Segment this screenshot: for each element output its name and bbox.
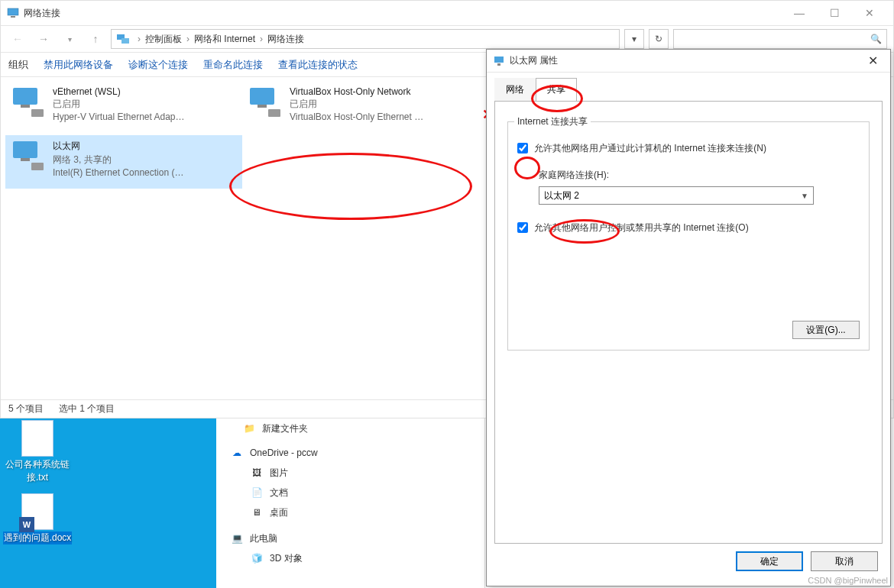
ok-button[interactable]: 确定 [736,551,803,571]
chevron-down-icon: ▼ [801,192,808,200]
adapter-vethernet-wsl[interactable]: vEthernet (WSL) 已启用 Hyper-V Virtual Ethe… [5,82,242,135]
svg-rect-4 [13,88,37,105]
adapter-device: Hyper-V Virtual Ethernet Adap… [53,111,238,122]
allow-share-checkbox-row[interactable]: 允许其他网络用户通过此计算机的 Internet 连接来连接(N) [517,142,860,155]
tab-network[interactable]: 网络 [494,78,536,101]
home-connection-value: 以太网 2 [544,189,579,202]
svg-rect-7 [250,88,274,105]
minimize-button[interactable]: — [782,2,817,24]
tree-label: 新建文件夹 [262,422,308,435]
maximize-button[interactable]: ☐ [817,2,852,24]
ics-groupbox: Internet 连接共享 允许其他网络用户通过此计算机的 Internet 连… [507,121,870,351]
adapter-status: 已启用 [53,98,238,111]
allow-control-label: 允许其他网络用户控制或禁用共享的 Internet 连接(O) [534,221,749,234]
window-controls: — ☐ ✕ [782,2,887,24]
tree-desktop[interactable]: 🖥 桌面 [216,502,484,522]
refresh-button[interactable]: ↻ [649,29,669,49]
up-button[interactable]: ↑ [85,28,106,50]
tab-sharing[interactable]: 共享 [536,78,577,102]
desktop-file-docx[interactable]: W 遇到的问题.docx [3,493,72,544]
tree-label: OneDrive - pccw [250,447,318,458]
ethernet-properties-dialog: 以太网 属性 ✕ 网络 共享 Internet 连接共享 允许其他网络用户通过此… [486,49,891,586]
tree-onedrive[interactable]: ☁ OneDrive - pccw [216,443,484,463]
recent-dropdown[interactable]: ▾ [59,28,80,50]
adapter-virtualbox[interactable]: VirtualBox Host-Only Network 已启用 Virtual… [242,82,479,135]
adapter-status: 已启用 [290,98,475,111]
search-input[interactable]: 🔍 [673,29,887,49]
adapter-ethernet[interactable]: 以太网 网络 3, 共享的 Intel(R) Ethernet Connecti… [5,135,242,189]
adapter-name: vEthernet (WSL) [53,86,238,97]
allow-control-checkbox[interactable] [517,222,528,233]
network-adapter-icon [10,86,47,121]
allow-control-checkbox-row[interactable]: 允许其他网络用户控制或禁用共享的 Internet 连接(O) [517,221,860,234]
home-connection-group: 家庭网络连接(H): 以太网 2 ▼ [539,169,860,205]
documents-icon: 📄 [250,486,264,499]
view-status-button[interactable]: 查看此连接的状态 [278,58,358,72]
tree-label: 此电脑 [250,532,277,545]
tree-label: 3D 对象 [270,552,303,565]
tree-pictures[interactable]: 🖼 图片 [216,463,484,483]
dialog-tabs: 网络 共享 [487,73,890,101]
network-adapter-icon [10,140,47,175]
svg-rect-6 [31,109,44,117]
3d-icon: 🧊 [250,551,264,565]
desktop-icon: 🖥 [250,506,264,519]
dialog-titlebar: 以太网 属性 ✕ [487,50,890,73]
allow-share-checkbox[interactable] [517,143,528,153]
adapter-name: 以太网 [53,140,238,153]
svg-rect-5 [21,105,30,108]
address-dropdown[interactable]: ▾ [624,29,644,49]
forward-button[interactable]: → [33,28,54,50]
svg-rect-14 [31,163,44,170]
search-icon: 🔍 [870,34,882,44]
breadcrumb-control-panel[interactable]: 控制面板 [145,33,182,46]
dialog-close-button[interactable]: ✕ [861,53,884,68]
adapter-device: VirtualBox Host-Only Ethernet … [290,111,475,122]
tree-3d-objects[interactable]: 🧊 3D 对象 [216,548,484,568]
rename-button[interactable]: 重命名此连接 [203,58,263,72]
breadcrumb-network-internet[interactable]: 网络和 Internet [194,33,255,46]
folder-icon: 📁 [242,422,256,435]
chevron-right-icon: › [260,34,263,44]
tree-label: 桌面 [270,506,288,519]
close-button[interactable]: ✕ [852,2,887,24]
chevron-right-icon: › [186,34,189,44]
watermark: CSDN @bigPinwheel [808,576,888,585]
dialog-body: Internet 连接共享 允许其他网络用户通过此计算机的 Internet 连… [494,101,883,544]
pictures-icon: 🖼 [250,466,264,480]
diagnose-button[interactable]: 诊断这个连接 [128,58,188,72]
tree-documents[interactable]: 📄 文档 [216,483,484,502]
desktop-file-txt[interactable]: 公司各种系统链接.txt [3,420,72,484]
settings-button[interactable]: 设置(G)... [792,321,860,339]
explorer-nav-tree: 📁 新建文件夹 ☁ OneDrive - pccw 🖼 图片 📄 文档 🖥 桌面… [216,418,485,588]
svg-rect-12 [13,141,37,158]
network-icon [493,55,505,67]
pc-icon: 💻 [230,531,244,545]
titlebar: 网络连接 — ☐ ✕ [1,1,893,25]
tree-folder[interactable]: 📁 新建文件夹 [216,418,484,438]
organize-menu[interactable]: 组织 [8,58,28,72]
dialog-title: 以太网 属性 [510,54,861,67]
svg-rect-0 [8,8,18,15]
desktop-file-label: 遇到的问题.docx [3,531,72,544]
chevron-right-icon: › [138,34,141,44]
cancel-button[interactable]: 取消 [811,551,878,571]
word-badge-icon: W [19,517,34,532]
adapter-device: Intel(R) Ethernet Connection (… [53,167,238,178]
network-adapter-icon [247,86,283,121]
groupbox-title: Internet 连接共享 [514,115,591,128]
address-field[interactable]: › 控制面板 › 网络和 Internet › 网络连接 [111,29,620,49]
breadcrumb-network-connections[interactable]: 网络连接 [267,33,304,46]
tree-this-pc[interactable]: 💻 此电脑 [216,528,484,548]
txt-file-icon [21,420,53,457]
home-connection-combobox[interactable]: 以太网 2 ▼ [539,186,814,205]
tree-label: 文档 [270,486,288,499]
home-connection-label: 家庭网络连接(H): [539,169,860,182]
disable-device-button[interactable]: 禁用此网络设备 [44,58,113,72]
item-count: 5 个项目 [8,402,44,415]
desktop: 公司各种系统链接.txt W 遇到的问题.docx [0,418,216,588]
docx-file-icon: W [21,493,53,530]
back-button[interactable]: ← [7,28,28,50]
svg-rect-1 [11,16,15,18]
breadcrumb: › 控制面板 › 网络和 Internet › 网络连接 [134,33,304,46]
